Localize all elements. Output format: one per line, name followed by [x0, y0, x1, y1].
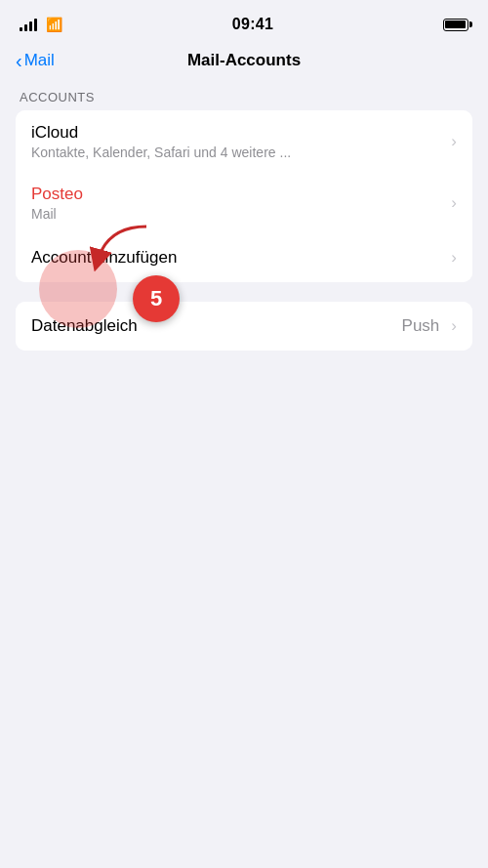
status-bar-left: 📶 — [20, 17, 62, 32]
icloud-right: › — [443, 132, 457, 151]
datenabgleich-right: Push › — [402, 316, 457, 336]
wifi-icon: 📶 — [46, 17, 62, 32]
battery-icon — [443, 19, 468, 31]
status-time: 09:41 — [232, 16, 273, 33]
posteo-title: Posteo — [31, 184, 443, 205]
icloud-subtitle: Kontakte, Kalender, Safari und 4 weitere… — [31, 145, 443, 160]
nav-header: ‹ Mail Mail-Accounts — [0, 43, 488, 82]
step-number: 5 — [150, 286, 162, 311]
add-account-chevron-icon: › — [451, 248, 457, 268]
icloud-chevron-icon: › — [451, 132, 457, 151]
list-item-icloud[interactable]: iCloud Kontakte, Kalender, Safari und 4 … — [16, 110, 472, 172]
back-label: Mail — [24, 51, 55, 70]
signal-icon — [20, 18, 37, 31]
datenabgleich-chevron-icon: › — [451, 316, 457, 336]
page-title: Mail-Accounts — [187, 51, 301, 70]
posteo-right: › — [443, 193, 457, 213]
back-button[interactable]: ‹ Mail — [16, 50, 55, 72]
posteo-chevron-icon: › — [451, 193, 457, 213]
back-chevron-icon: ‹ — [16, 50, 22, 72]
accounts-section-header: ACCOUNTS — [0, 82, 488, 110]
step-badge: 5 — [133, 275, 180, 322]
status-bar: 📶 09:41 — [0, 0, 488, 43]
status-bar-right — [443, 19, 468, 31]
add-account-right: › — [443, 248, 457, 268]
icloud-content: iCloud Kontakte, Kalender, Safari und 4 … — [31, 122, 443, 160]
annotation-arrow — [78, 217, 156, 275]
datenabgleich-value: Push — [402, 316, 440, 336]
icloud-title: iCloud — [31, 122, 443, 144]
